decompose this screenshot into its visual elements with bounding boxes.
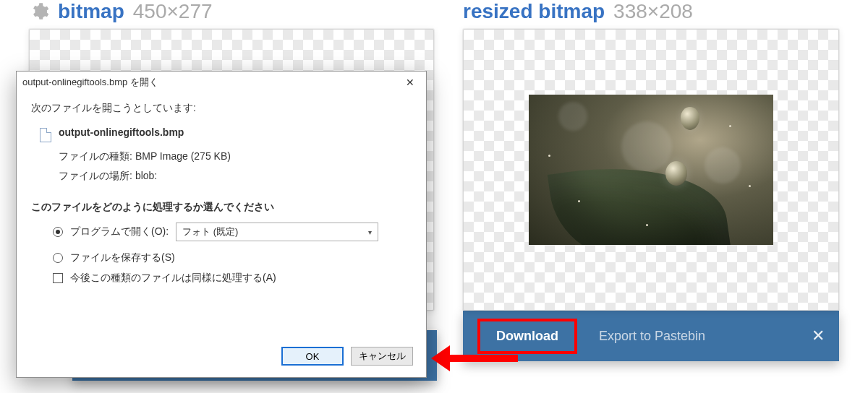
left-pane-title: bitmap bbox=[58, 0, 124, 23]
annotation-arrow bbox=[431, 345, 518, 371]
dialog-title: output-onlinegiftools.bmp を開く bbox=[22, 76, 400, 89]
save-file-row: ファイルを保存する(S) bbox=[53, 251, 412, 264]
open-with-value: フォト (既定) bbox=[182, 225, 238, 238]
save-file-radio[interactable] bbox=[53, 253, 63, 263]
dialog-button-row: OK キャンセル bbox=[281, 347, 413, 366]
dialog-opening-line: 次のファイルを開こうとしています: bbox=[31, 102, 412, 115]
dialog-filename: output-onlinegiftools.bmp bbox=[59, 126, 184, 138]
right-action-bar: Download Export to Pastebin ✕ bbox=[463, 311, 839, 361]
close-icon[interactable]: ✕ bbox=[812, 327, 825, 345]
left-pane-dimensions: 450×277 bbox=[133, 0, 213, 23]
location-value: blob: bbox=[135, 166, 157, 186]
dialog-body: 次のファイルを開こうとしています: output-onlinegiftools.… bbox=[17, 93, 426, 285]
right-pane: resized bitmap 338×208 Download Export t… bbox=[463, 0, 839, 361]
save-file-label: ファイルを保存する(S) bbox=[70, 251, 175, 264]
right-preview-box bbox=[463, 29, 839, 311]
filetype-value: BMP Image (275 KB) bbox=[135, 147, 231, 166]
dialog-close-button[interactable]: ✕ bbox=[400, 77, 420, 88]
remember-label: 今後この種類のファイルは同様に処理する(A) bbox=[70, 272, 276, 285]
open-with-label: プログラムで開く(O): bbox=[70, 225, 169, 238]
dialog-file-meta: ファイルの種類: BMP Image (275 KB) ファイルの場所: blo… bbox=[59, 147, 412, 185]
filetype-label: ファイルの種類: bbox=[59, 147, 132, 166]
ok-button[interactable]: OK bbox=[281, 347, 344, 366]
chevron-down-icon: ▾ bbox=[368, 228, 372, 236]
dialog-file-row: output-onlinegiftools.bmp bbox=[40, 126, 412, 142]
left-pane-header: bitmap 450×277 bbox=[29, 0, 434, 23]
open-file-dialog: output-onlinegiftools.bmp を開く ✕ 次のファイルを開… bbox=[16, 71, 427, 378]
location-label: ファイルの場所: bbox=[59, 166, 132, 186]
remember-choice-row: 今後この種類のファイルは同様に処理する(A) bbox=[53, 272, 412, 285]
arrow-shaft bbox=[450, 355, 518, 362]
arrow-head-icon bbox=[431, 345, 450, 371]
gear-icon[interactable] bbox=[29, 1, 49, 22]
preview-thumbnail bbox=[529, 95, 773, 245]
dialog-question: このファイルをどのように処理するか選んでください bbox=[31, 201, 412, 214]
file-icon bbox=[40, 128, 51, 142]
open-with-row: プログラムで開く(O): フォト (既定) ▾ bbox=[53, 223, 412, 241]
right-pane-header: resized bitmap 338×208 bbox=[463, 0, 839, 23]
export-to-pastebin-link[interactable]: Export to Pastebin bbox=[599, 329, 705, 344]
right-pane-dimensions: 338×208 bbox=[613, 0, 693, 23]
open-with-radio[interactable] bbox=[53, 227, 63, 237]
remember-checkbox[interactable] bbox=[53, 273, 63, 283]
open-with-combobox[interactable]: フォト (既定) ▾ bbox=[176, 223, 378, 241]
dialog-titlebar: output-onlinegiftools.bmp を開く ✕ bbox=[17, 72, 426, 93]
cancel-button[interactable]: キャンセル bbox=[351, 347, 413, 366]
right-pane-title: resized bitmap bbox=[463, 0, 605, 23]
